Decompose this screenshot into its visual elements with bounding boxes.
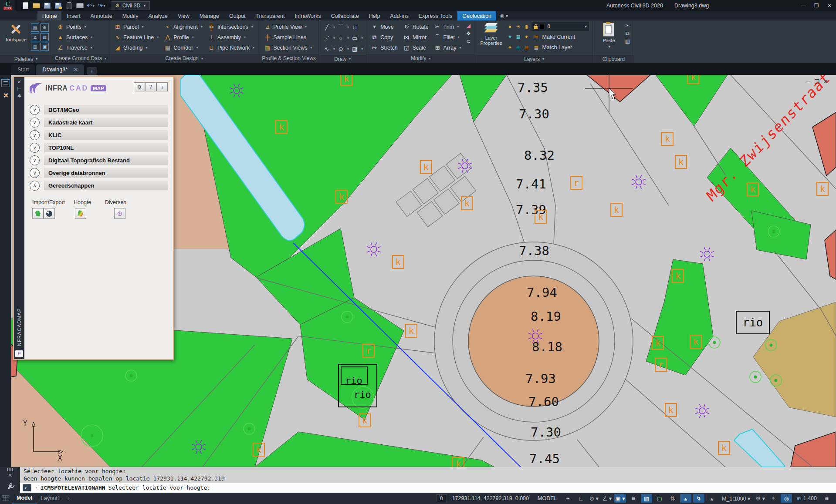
- properties-palette-button[interactable]: ▤: [31, 24, 39, 32]
- palette-section-digitaal-topografisch-bestand[interactable]: ∨Digitaal Topografisch Bestand: [30, 155, 168, 165]
- properties-panel-button[interactable]: [1, 79, 10, 87]
- chevron-up-icon[interactable]: ∧: [30, 181, 40, 191]
- section-views-button[interactable]: ▥Section Views▾: [262, 43, 313, 53]
- palette-properties-icon[interactable]: ✱: [17, 93, 21, 100]
- grid-icon[interactable]: [2, 495, 9, 501]
- fillet-button[interactable]: ⌒Fillet▾: [433, 32, 463, 42]
- app-logo[interactable]: CC3D: [0, 0, 16, 11]
- match-layer-button[interactable]: ≣Match Layer: [531, 43, 573, 53]
- viewport-minimize-icon[interactable]: ─: [806, 78, 810, 85]
- doc-tab-drawing3[interactable]: Drawing3*✕: [36, 64, 84, 75]
- redo-button[interactable]: ↷▾: [97, 1, 106, 10]
- corridor-button[interactable]: ▤Corridor▾: [162, 43, 204, 53]
- drawing-canvas[interactable]: Mgr. Zwijsenstraat rio rio rio ─ ❐ ✕: [11, 75, 836, 467]
- layout1-tab[interactable]: Layout1: [37, 495, 64, 501]
- new-file-button[interactable]: [20, 1, 30, 10]
- circle-button[interactable]: ○: [336, 34, 345, 42]
- ribbon-display-toggle[interactable]: ◉ ▾: [500, 11, 508, 20]
- line-button[interactable]: ╱: [322, 23, 332, 31]
- polyline-button[interactable]: ⊓: [350, 23, 359, 31]
- pipe-network-button[interactable]: ⊔Pipe Network▾: [206, 43, 256, 53]
- new-layout-button[interactable]: +: [65, 495, 73, 501]
- ortho-icon[interactable]: ∟: [575, 494, 586, 503]
- profile-button[interactable]: ⋀Profile▾: [162, 32, 204, 42]
- palette-help-button[interactable]: ?: [145, 82, 156, 91]
- google-earth-button[interactable]: [44, 208, 55, 219]
- toolspace-shortcut-button[interactable]: [1, 91, 10, 99]
- make-current-button[interactable]: ≣Make Current: [531, 32, 576, 42]
- nl-import-button[interactable]: [32, 208, 44, 219]
- feature-line-button[interactable]: ∿Feature Line▾: [112, 32, 160, 42]
- isolate-objects-icon[interactable]: ◎: [781, 494, 792, 503]
- tab-home[interactable]: Home: [37, 11, 61, 20]
- annotation-scale-value[interactable]: M_1:1000 ▾: [719, 495, 753, 502]
- transparency-icon[interactable]: ▨: [641, 494, 652, 503]
- chevron-down-icon[interactable]: ∨: [30, 105, 40, 115]
- snap-icon[interactable]: +: [562, 494, 573, 503]
- lineweight-icon[interactable]: ≡: [628, 494, 639, 503]
- palette-wrench-button[interactable]: ⚙: [134, 82, 145, 91]
- chevron-down-icon[interactable]: ∨: [30, 118, 40, 128]
- palette-pin-icon[interactable]: ⊢: [17, 86, 21, 93]
- survey-palette-button[interactable]: ∆: [31, 33, 39, 41]
- palette-section-overige-databronnen[interactable]: ∨Overige databronnen: [30, 168, 168, 178]
- isodraft-icon[interactable]: ∠ ▾: [601, 494, 613, 503]
- rectangle-button[interactable]: ▭: [350, 34, 359, 42]
- palette-section-top10nl[interactable]: ∨TOP10NL: [30, 143, 168, 152]
- tab-express-tools[interactable]: Express Tools: [414, 11, 457, 20]
- palette-monitor-button[interactable]: ▣: [41, 43, 49, 51]
- workspace-switching-icon[interactable]: ⚙ ▾: [755, 494, 766, 503]
- trim-button[interactable]: ✂Trim▾: [433, 22, 463, 32]
- open-file-button[interactable]: [31, 1, 41, 10]
- scale-button[interactable]: ◱Scale: [402, 43, 430, 53]
- palette-info-button[interactable]: i: [156, 82, 168, 91]
- model-tab[interactable]: Model: [12, 492, 37, 504]
- alignment-button[interactable]: ⌁Alignment▾: [162, 22, 204, 32]
- cut-clip-button[interactable]: ✂: [624, 22, 631, 29]
- layer-unlock-icon[interactable]: ≣: [514, 44, 521, 51]
- undo-button[interactable]: ↶▾: [86, 1, 95, 10]
- palette-close-icon[interactable]: ✕: [17, 79, 21, 86]
- drag-grip-icon[interactable]: [7, 468, 13, 471]
- tab-output[interactable]: Output: [224, 11, 250, 20]
- ahn-height-button[interactable]: [75, 208, 86, 219]
- layer-isolate-icon[interactable]: ✦: [506, 34, 513, 40]
- layer-off-icon[interactable]: ✦: [523, 34, 530, 40]
- panel-label-clipboard[interactable]: Clipboard: [593, 55, 634, 63]
- tab-annotate[interactable]: Annotate: [86, 11, 117, 20]
- graphics-performance[interactable]: ≋1.400: [794, 495, 819, 502]
- annotation-visibility-icon[interactable]: ▴: [680, 494, 691, 503]
- layer-select[interactable]: 0 ▾: [531, 22, 589, 31]
- spline-button[interactable]: ∿: [322, 44, 332, 53]
- tab-transparent[interactable]: Transparent: [251, 11, 290, 20]
- tab-add-ins[interactable]: Add-ins: [385, 11, 413, 20]
- recent-commands-icon[interactable]: ▾: [35, 486, 37, 490]
- traverse-button[interactable]: ∠Traverse▾: [55, 43, 94, 53]
- palette-section-kadastrale-kaart[interactable]: ∨Kadastrale kaart: [30, 118, 168, 127]
- close-button[interactable]: ✕: [823, 0, 836, 11]
- viewport-close-icon[interactable]: ✕: [823, 78, 828, 85]
- layer-walk-icon[interactable]: ≣: [523, 44, 530, 51]
- selection-cycling-icon[interactable]: ▢: [654, 494, 665, 503]
- annotation-autoscale-icon[interactable]: ↯: [693, 494, 704, 503]
- copy-button[interactable]: ⧉Copy: [369, 32, 399, 42]
- layer-lock-icon[interactable]: ▮: [523, 23, 530, 30]
- toolbox-palette-button[interactable]: ▦: [41, 33, 49, 41]
- new-drawing-button[interactable]: +: [87, 67, 97, 75]
- viewport-restore-icon[interactable]: ❐: [814, 78, 819, 85]
- points-button[interactable]: ⊕Points▾: [55, 22, 94, 32]
- minimize-button[interactable]: ─: [797, 0, 810, 11]
- polar-tracking-icon[interactable]: ⊙ ▾: [588, 494, 599, 503]
- panel-label-design[interactable]: Create Design▾: [109, 54, 259, 63]
- chevron-down-icon[interactable]: ∨: [30, 143, 40, 153]
- intersections-button[interactable]: ╬Intersections▾: [206, 22, 256, 32]
- panel-label-modify[interactable]: Modify▾: [366, 54, 475, 63]
- chevron-down-icon[interactable]: ∨: [30, 168, 40, 178]
- chevron-down-icon[interactable]: ∨: [30, 130, 40, 140]
- sheetset-palette-button[interactable]: ▥: [31, 43, 39, 51]
- tab-manage[interactable]: Manage: [195, 11, 224, 20]
- erase-button[interactable]: ◢: [465, 22, 472, 29]
- tab-help[interactable]: Help: [364, 11, 385, 20]
- paste-button[interactable]: Paste ▾: [596, 22, 621, 54]
- workspace-dropdown[interactable]: ⚙ Civil 3D ▾: [111, 1, 150, 10]
